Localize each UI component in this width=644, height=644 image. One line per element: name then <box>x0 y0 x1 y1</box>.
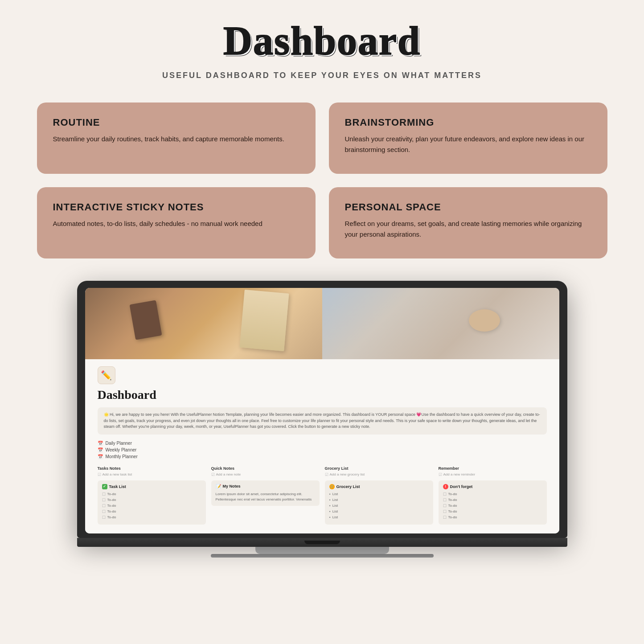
screen-nav: Daily Planner Weekly Planner Monthly Pla… <box>98 441 547 459</box>
laptop-stand <box>255 547 389 554</box>
page-title: Dashboard <box>223 18 421 64</box>
task-item-4: To-do <box>102 509 201 514</box>
grocery-item-2: List <box>329 498 429 502</box>
remember-item-1: To-do <box>443 492 542 496</box>
laptop-foot <box>211 554 434 558</box>
grocery-item-1: List <box>329 492 429 496</box>
laptop-outer: ✏️ Dashboard 🌟 Hi, we are happy to see y… <box>77 281 567 558</box>
remember-item-2: To-do <box>443 498 542 502</box>
remember-card: ! Don't forget To-do To-do To-do To-do T… <box>439 480 547 525</box>
task-check-icon: ✓ <box>102 484 107 489</box>
grocery-card: 🛒 Grocery List List List List List List <box>325 480 433 525</box>
page-wrapper: Dashboard USEFUL DASHBOARD TO KEEP YOUR … <box>0 0 644 644</box>
grocery-card-title-text: Grocery List <box>336 484 360 489</box>
column-grocery: Grocery List Add a new grocery list 🛒 Gr… <box>325 466 433 525</box>
banner-right <box>322 288 559 359</box>
laptop-container: ✏️ Dashboard 🌟 Hi, we are happy to see y… <box>37 281 607 558</box>
feature-title-personal-space: PERSONAL SPACE <box>345 201 591 213</box>
col-title-tasks: Tasks Notes <box>98 466 206 471</box>
column-remember: Remember Add a new reminder ! Don't forg… <box>439 466 547 525</box>
laptop-screen-frame: ✏️ Dashboard 🌟 Hi, we are happy to see y… <box>77 281 567 538</box>
col-title-notes: Quick Notes <box>211 466 320 471</box>
feature-card-sticky-notes: INTERACTIVE STICKY NOTES Automated notes… <box>37 187 316 258</box>
features-grid: ROUTINE Streamline your daily routines, … <box>37 103 607 258</box>
remember-card-title-text: Don't forget <box>450 484 473 489</box>
grocery-icon: 🛒 <box>329 484 335 489</box>
remember-card-title: ! Don't forget <box>443 484 542 489</box>
feature-card-routine: ROUTINE Streamline your daily routines, … <box>37 103 316 174</box>
dashboard-columns: Tasks Notes Add a new task list ✓ Task L… <box>98 466 547 525</box>
notes-card-title: 📝 My Notes <box>216 484 315 489</box>
remember-item-3: To-do <box>443 504 542 508</box>
notes-text: Lorem ipsum dolor sit amet, consectetur … <box>216 492 315 502</box>
notes-icon: 📝 <box>216 484 221 489</box>
add-reminder-label: Add a new reminder <box>443 472 476 476</box>
add-grocery-label: Add a new grocery list <box>330 472 365 476</box>
feature-desc-brainstorming: Unleash your creativity, plan your futur… <box>345 134 591 155</box>
feature-title-brainstorming: BRAINSTORMING <box>345 117 591 128</box>
nav-item-monthly[interactable]: Monthly Planner <box>98 454 547 459</box>
feature-title-sticky-notes: INTERACTIVE STICKY NOTES <box>53 201 299 213</box>
nav-item-monthly-label: Monthly Planner <box>106 454 138 459</box>
screen-dashboard-title: Dashboard <box>98 388 547 402</box>
task-card-title-text: Task List <box>109 484 126 489</box>
laptop-base <box>77 538 567 547</box>
screen-description-text: 🌟 Hi, we are happy to see you here! With… <box>98 407 547 435</box>
nav-item-daily-label: Daily Planner <box>106 441 132 446</box>
add-reminder-btn[interactable]: Add a new reminder <box>439 472 547 477</box>
laptop-screen: ✏️ Dashboard 🌟 Hi, we are happy to see y… <box>85 288 559 533</box>
add-task-btn[interactable]: Add a new task list <box>98 472 206 477</box>
dashboard-emoji-icon: ✏️ <box>98 366 115 384</box>
task-item-5: To-do <box>102 515 201 520</box>
col-title-remember: Remember <box>439 466 547 471</box>
feature-desc-personal-space: Reflect on your dreams, set goals, and c… <box>345 218 591 240</box>
grocery-card-title: 🛒 Grocery List <box>329 484 429 489</box>
task-card: ✓ Task List To-do To-do To-do To-do To-d… <box>98 480 206 525</box>
task-item-1: To-do <box>102 492 201 496</box>
screen-banner <box>85 288 559 359</box>
screen-content: ✏️ Dashboard 🌟 Hi, we are happy to see y… <box>85 359 559 533</box>
add-note-label: Add a new note <box>216 472 241 476</box>
column-tasks: Tasks Notes Add a new task list ✓ Task L… <box>98 466 206 525</box>
feature-desc-sticky-notes: Automated notes, to-do lists, daily sche… <box>53 218 299 229</box>
notes-card-title-text: My Notes <box>223 484 241 488</box>
remember-item-5: To-do <box>443 515 542 520</box>
notes-card: 📝 My Notes Lorem ipsum dolor sit amet, c… <box>211 480 320 506</box>
task-card-title: ✓ Task List <box>102 484 201 489</box>
feature-desc-routine: Streamline your daily routines, track ha… <box>53 134 299 144</box>
add-note-btn[interactable]: Add a new note <box>211 472 320 477</box>
grocery-item-4: List <box>329 509 429 514</box>
remember-item-4: To-do <box>443 509 542 514</box>
feature-card-personal-space: PERSONAL SPACE Reflect on your dreams, s… <box>329 187 607 258</box>
add-grocery-btn[interactable]: Add a new grocery list <box>325 472 433 477</box>
page-subtitle: USEFUL DASHBOARD TO KEEP YOUR EYES ON WH… <box>162 71 482 80</box>
nav-item-daily[interactable]: Daily Planner <box>98 441 547 446</box>
column-notes: Quick Notes Add a new note 📝 My Notes <box>211 466 320 525</box>
nav-item-weekly-label: Weekly Planner <box>106 447 137 452</box>
nav-item-weekly[interactable]: Weekly Planner <box>98 447 547 452</box>
grocery-item-3: List <box>329 504 429 508</box>
task-item-3: To-do <box>102 504 201 508</box>
grocery-item-5: List <box>329 515 429 520</box>
task-item-2: To-do <box>102 498 201 502</box>
feature-title-routine: ROUTINE <box>53 117 299 128</box>
remember-icon: ! <box>443 484 448 489</box>
add-task-label: Add a new task list <box>103 472 132 476</box>
feature-card-brainstorming: BRAINSTORMING Unleash your creativity, p… <box>329 103 607 174</box>
banner-left <box>85 288 322 359</box>
laptop-notch <box>304 541 340 544</box>
col-title-grocery: Grocery List <box>325 466 433 471</box>
